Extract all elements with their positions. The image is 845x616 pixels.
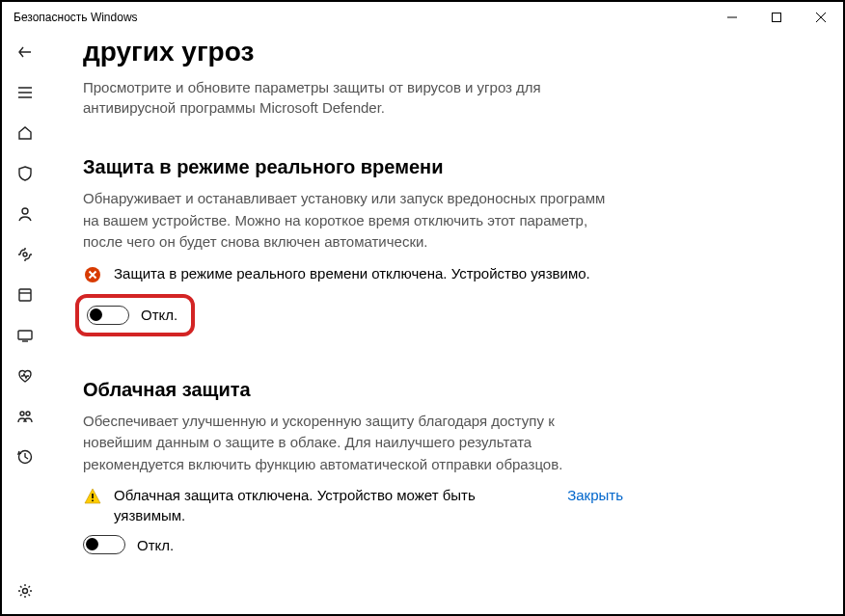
svg-point-5 bbox=[23, 253, 27, 256]
sidebar-item-settings[interactable] bbox=[6, 577, 44, 604]
realtime-title: Защита в режиме реального времени bbox=[83, 156, 623, 178]
cloud-toggle-label: Откл. bbox=[137, 537, 174, 553]
sidebar-item-performance[interactable] bbox=[6, 362, 44, 389]
cloud-warning-text: Облачная защита отключена. Устройство мо… bbox=[114, 485, 536, 525]
gear-icon bbox=[16, 582, 34, 600]
window-controls bbox=[710, 2, 843, 33]
heart-icon bbox=[16, 367, 34, 385]
svg-point-9 bbox=[26, 412, 30, 415]
page-intro: Просмотрите и обновите параметры защиты … bbox=[83, 77, 585, 118]
realtime-toggle[interactable] bbox=[87, 306, 129, 325]
realtime-warning: Защита в режиме реального времени отключ… bbox=[83, 263, 623, 284]
sidebar-item-family[interactable] bbox=[6, 403, 44, 430]
cloud-desc: Обеспечивает улучшенную и ускоренную защ… bbox=[83, 411, 623, 476]
sidebar-item-virus[interactable] bbox=[6, 160, 44, 187]
sidebar-item-appbrowser[interactable] bbox=[6, 281, 44, 308]
account-icon bbox=[16, 205, 34, 223]
cloud-toggle-row: Откл. bbox=[83, 535, 623, 554]
sidebar bbox=[2, 33, 48, 614]
back-button[interactable] bbox=[6, 39, 44, 66]
cloud-toggle[interactable] bbox=[83, 535, 125, 554]
close-button[interactable] bbox=[799, 2, 843, 33]
maximize-button[interactable] bbox=[754, 2, 799, 33]
window-title: Безопасность Windows bbox=[14, 11, 138, 24]
main-content: других угроз Просмотрите и обновите пара… bbox=[48, 33, 843, 614]
sidebar-item-firewall[interactable] bbox=[6, 241, 44, 268]
titlebar: Безопасность Windows bbox=[2, 2, 843, 33]
minimize-button[interactable] bbox=[710, 2, 754, 33]
sidebar-item-home[interactable] bbox=[6, 120, 44, 147]
svg-rect-7 bbox=[18, 331, 32, 339]
cloud-title: Облачная защита bbox=[83, 379, 623, 401]
warning-icon bbox=[83, 487, 102, 506]
page-title: других угроз bbox=[83, 37, 808, 67]
svg-rect-14 bbox=[92, 500, 94, 502]
firewall-icon bbox=[16, 246, 34, 263]
section-cloud: Облачная защита Обеспечивает улучшенную … bbox=[83, 379, 623, 555]
sidebar-item-device[interactable] bbox=[6, 322, 44, 349]
family-icon bbox=[16, 408, 34, 425]
home-icon bbox=[16, 124, 34, 142]
sidebar-item-history[interactable] bbox=[6, 443, 44, 470]
svg-point-4 bbox=[22, 208, 28, 214]
realtime-warning-text: Защита в режиме реального времени отключ… bbox=[114, 263, 623, 283]
realtime-toggle-highlight: Откл. bbox=[75, 294, 195, 336]
svg-rect-6 bbox=[19, 289, 31, 301]
svg-rect-1 bbox=[773, 13, 781, 22]
shield-icon bbox=[16, 165, 34, 182]
svg-rect-13 bbox=[92, 494, 94, 498]
realtime-desc: Обнаруживает и останавливает установку и… bbox=[83, 188, 623, 254]
realtime-toggle-label: Откл. bbox=[141, 307, 177, 323]
section-realtime: Защита в режиме реального времени Обнару… bbox=[83, 156, 623, 336]
error-icon bbox=[83, 265, 102, 284]
svg-point-8 bbox=[20, 412, 24, 415]
appbrowser-icon bbox=[16, 286, 34, 304]
cloud-warning: Облачная защита отключена. Устройство мо… bbox=[83, 485, 623, 525]
svg-point-11 bbox=[23, 589, 28, 594]
device-icon bbox=[16, 327, 34, 344]
hamburger-button[interactable] bbox=[6, 79, 44, 106]
cloud-dismiss-link[interactable]: Закрыть bbox=[567, 485, 623, 505]
sidebar-item-account[interactable] bbox=[6, 201, 44, 228]
history-icon bbox=[16, 448, 34, 466]
